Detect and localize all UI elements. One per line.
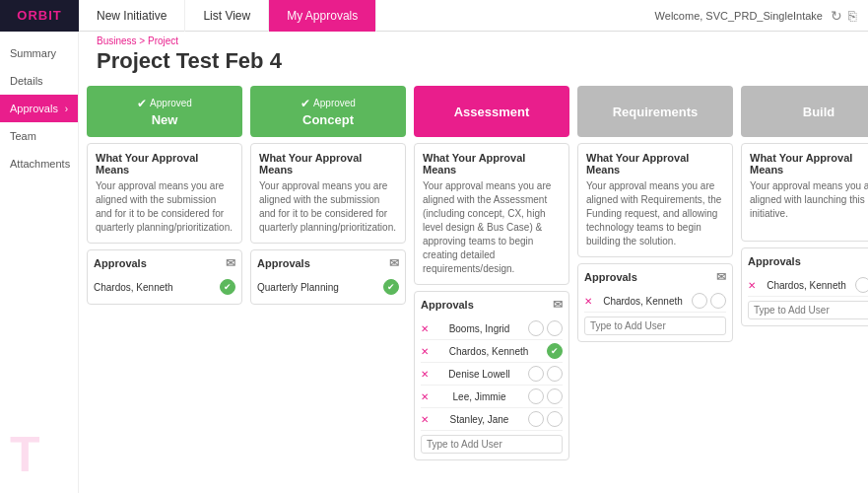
approval-means-title-assessment: What Your Approval Means bbox=[423, 152, 561, 176]
stage-header-build: Build bbox=[741, 86, 868, 137]
approval-status: ✔ bbox=[383, 279, 399, 295]
approval-means-title-requirements: What Your Approval Means bbox=[586, 152, 724, 176]
approval-status bbox=[528, 366, 563, 382]
status-empty-icon bbox=[547, 366, 563, 382]
approval-row: ✕ Denise Lowell bbox=[421, 363, 563, 386]
check-icon-new: ✔ bbox=[137, 97, 147, 110]
approval-status bbox=[855, 277, 868, 293]
kanban-col-assessment: Assessment What Your Approval Means Your… bbox=[414, 86, 569, 460]
page-title: Project Test Feb 4 bbox=[87, 46, 860, 80]
approval-means-card-assessment: What Your Approval Means Your approval m… bbox=[414, 143, 569, 285]
sidebar-item-team[interactable]: Team bbox=[0, 122, 78, 150]
share-icon[interactable]: ⎘ bbox=[848, 8, 856, 24]
sidebar-item-summary[interactable]: Summary bbox=[0, 39, 78, 67]
stage-header-concept: ✔ Approved Concept bbox=[250, 86, 406, 137]
stage-approved-new: ✔ Approved bbox=[137, 97, 192, 110]
approvals-section-build: Approvals ✉ ✕ Chardos, Kenneth bbox=[741, 247, 868, 326]
approvals-header-build: Approvals ✉ bbox=[748, 254, 868, 268]
status-approved-icon: ✔ bbox=[220, 279, 235, 295]
status-empty-icon bbox=[528, 411, 544, 427]
approval-means-card-build: What Your Approval Means Your approval m… bbox=[741, 143, 868, 242]
add-user-input-assessment[interactable] bbox=[421, 435, 563, 454]
status-approved-icon: ✔ bbox=[547, 343, 563, 359]
approval-means-title-build: What Your Approval Means bbox=[750, 152, 868, 176]
chevron-right-icon: › bbox=[65, 104, 68, 114]
remove-icon[interactable]: ✕ bbox=[421, 346, 429, 357]
breadcrumb-business[interactable]: Business bbox=[97, 35, 137, 46]
approver-name: Chardos, Kenneth bbox=[767, 280, 846, 291]
mail-icon-concept[interactable]: ✉ bbox=[389, 256, 399, 270]
kanban-col-new: ✔ Approved New What Your Approval Means … bbox=[87, 86, 242, 460]
approval-status: ✔ bbox=[547, 343, 563, 359]
approval-status bbox=[692, 293, 726, 309]
breadcrumb-project: Project bbox=[148, 35, 178, 46]
approver-name: Quarterly Planning bbox=[257, 282, 339, 293]
remove-icon[interactable]: ✕ bbox=[748, 280, 756, 291]
remove-icon[interactable]: ✕ bbox=[421, 369, 429, 380]
remove-icon[interactable]: ✕ bbox=[421, 391, 429, 402]
sidebar-item-details[interactable]: Details bbox=[0, 67, 78, 95]
approvals-section-new: Approvals ✉ Chardos, Kenneth ✔ bbox=[87, 249, 242, 305]
sidebar-item-approvals[interactable]: Approvals› bbox=[0, 95, 78, 122]
approval-row: ✕ Stanley, Jane bbox=[421, 408, 563, 431]
logo: ORBIT bbox=[17, 8, 61, 23]
stage-approved-concept: ✔ Approved bbox=[300, 97, 356, 110]
stage-name-assessment: Assessment bbox=[454, 105, 530, 119]
status-empty-icon bbox=[547, 388, 563, 404]
approvals-label-requirements: Approvals bbox=[584, 271, 637, 283]
stage-name-requirements: Requirements bbox=[613, 105, 699, 119]
approver-name: Denise Lowell bbox=[448, 369, 509, 380]
remove-icon[interactable]: ✕ bbox=[421, 414, 429, 425]
approvals-label-build: Approvals bbox=[748, 255, 801, 267]
approval-status: ✔ bbox=[220, 279, 235, 295]
approvals-header-requirements: Approvals ✉ bbox=[584, 270, 726, 284]
breadcrumb: Business > Project bbox=[87, 32, 860, 46]
add-user-input-requirements[interactable] bbox=[584, 317, 726, 335]
tmobile-watermark: T bbox=[10, 426, 40, 483]
sidebar-item-attachments[interactable]: Attachments bbox=[0, 150, 78, 177]
approvals-label-new: Approvals bbox=[94, 257, 147, 269]
approvals-label-assessment: Approvals bbox=[421, 299, 474, 311]
status-empty-icon bbox=[528, 388, 544, 404]
mail-icon-requirements[interactable]: ✉ bbox=[716, 270, 726, 284]
approval-means-text-new: Your approval means you are aligned with… bbox=[96, 179, 234, 235]
stage-name-new: New bbox=[152, 112, 178, 127]
approval-status bbox=[528, 320, 563, 336]
approval-means-text-requirements: Your approval means you are aligned with… bbox=[586, 179, 724, 248]
status-empty-icon bbox=[710, 293, 726, 309]
remove-icon[interactable]: ✕ bbox=[421, 323, 429, 334]
check-icon-concept: ✔ bbox=[300, 97, 310, 110]
tab-new-initiative[interactable]: New Initiative bbox=[79, 0, 185, 32]
kanban-col-build: Build What Your Approval Means Your appr… bbox=[741, 86, 868, 460]
status-empty-icon bbox=[855, 277, 868, 293]
approver-name: Chardos, Kenneth bbox=[603, 296, 683, 307]
tab-my-approvals[interactable]: My Approvals bbox=[269, 0, 376, 32]
tab-list-view[interactable]: List View bbox=[185, 0, 269, 32]
stage-status-concept: Approved bbox=[313, 98, 356, 108]
refresh-icon[interactable]: ↻ bbox=[831, 8, 842, 24]
app-body: Summary Details Approvals› Team Attachme… bbox=[0, 32, 868, 493]
header-icons: ↻ ⎘ bbox=[831, 8, 856, 24]
approvals-section-assessment: Approvals ✉ ✕ Booms, Ingrid ✕ Chardos, K bbox=[414, 291, 569, 460]
approvals-header-new: Approvals ✉ bbox=[94, 256, 235, 270]
mail-icon-assessment[interactable]: ✉ bbox=[553, 298, 563, 312]
main-content: Business > Project Project Test Feb 4 ✔ … bbox=[79, 32, 868, 493]
mail-icon-new[interactable]: ✉ bbox=[226, 256, 235, 270]
kanban-board: ✔ Approved New What Your Approval Means … bbox=[87, 80, 860, 466]
stage-status-new: Approved bbox=[150, 98, 192, 108]
status-empty-icon bbox=[692, 293, 707, 309]
add-user-input-build[interactable] bbox=[748, 301, 868, 319]
remove-icon[interactable]: ✕ bbox=[584, 296, 592, 307]
approval-means-card-new: What Your Approval Means Your approval m… bbox=[87, 143, 242, 244]
stage-header-assessment: Assessment bbox=[414, 86, 569, 137]
kanban-col-concept: ✔ Approved Concept What Your Approval Me… bbox=[250, 86, 406, 460]
approver-name: Stanley, Jane bbox=[450, 414, 509, 425]
approval-means-card-concept: What Your Approval Means Your approval m… bbox=[250, 143, 406, 244]
stage-name-build: Build bbox=[803, 105, 835, 119]
approval-means-card-requirements: What Your Approval Means Your approval m… bbox=[577, 143, 733, 257]
approval-row: ✕ Chardos, Kenneth bbox=[748, 274, 868, 297]
approver-name: Booms, Ingrid bbox=[449, 323, 510, 334]
logo-area: ORBIT bbox=[0, 0, 79, 32]
approver-name: Chardos, Kenneth bbox=[94, 282, 173, 293]
approval-row: ✕ Lee, Jimmie bbox=[421, 386, 563, 408]
